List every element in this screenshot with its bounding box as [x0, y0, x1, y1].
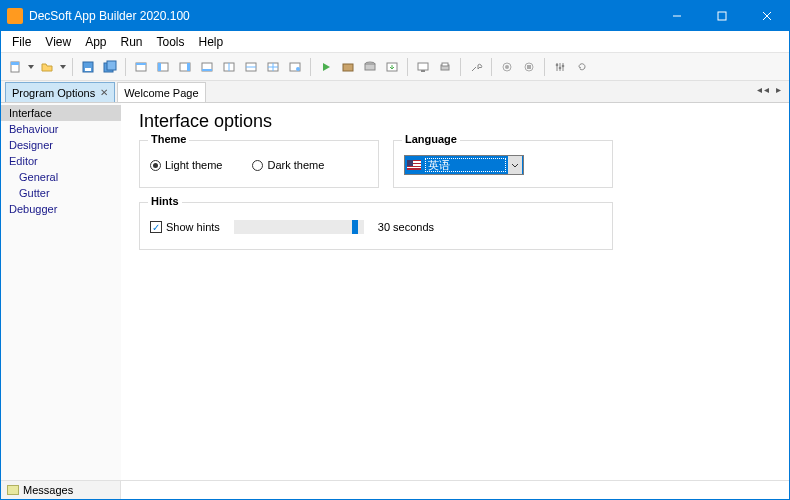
svg-rect-19 [202, 69, 212, 71]
print-icon[interactable] [435, 57, 455, 77]
stop-icon[interactable] [519, 57, 539, 77]
svg-point-28 [296, 67, 300, 71]
svg-point-45 [556, 63, 559, 66]
group-hints-legend: Hints [148, 195, 182, 207]
export-icon[interactable] [382, 57, 402, 77]
layout-icon-8[interactable] [285, 57, 305, 77]
svg-marker-6 [28, 65, 34, 69]
refresh-icon[interactable] [572, 57, 592, 77]
svg-point-39 [505, 65, 509, 69]
layout-icon-6[interactable] [241, 57, 261, 77]
group-language: Language 英语 [393, 140, 613, 188]
svg-rect-30 [343, 64, 353, 71]
sidebar: Interface Behaviour Designer Editor Gene… [1, 103, 121, 480]
statusbar: Messages [1, 480, 789, 499]
layout-icon-2[interactable] [153, 57, 173, 77]
tab-welcome-page[interactable]: Welcome Page [117, 82, 205, 102]
tab-label: Welcome Page [124, 87, 198, 99]
sidebar-item-designer[interactable]: Designer [1, 137, 121, 153]
svg-rect-41 [527, 65, 531, 69]
checkbox-show-hints[interactable]: ✓ Show hints [150, 221, 220, 233]
svg-rect-35 [421, 70, 425, 72]
page-title: Interface options [139, 111, 771, 132]
save-all-icon[interactable] [100, 57, 120, 77]
messages-panel-toggle[interactable]: Messages [1, 481, 121, 499]
hints-value-label: 30 seconds [378, 221, 434, 233]
svg-rect-37 [442, 63, 448, 66]
app-icon [7, 8, 23, 24]
layout-icon-3[interactable] [175, 57, 195, 77]
flag-icon [407, 160, 421, 170]
checkbox-icon: ✓ [150, 221, 162, 233]
tools-icon[interactable] [466, 57, 486, 77]
radio-label: Dark theme [267, 159, 324, 171]
messages-label: Messages [23, 484, 73, 496]
slider-thumb[interactable] [352, 220, 358, 234]
titlebar[interactable]: DecSoft App Builder 2020.100 [1, 1, 789, 31]
svg-marker-7 [60, 65, 66, 69]
chevron-down-icon[interactable] [508, 156, 522, 174]
tab-close-icon[interactable]: ✕ [100, 87, 108, 98]
menu-help[interactable]: Help [192, 33, 231, 51]
messages-icon [7, 485, 19, 495]
layout-icon-4[interactable] [197, 57, 217, 77]
radio-dark-theme[interactable]: Dark theme [252, 159, 324, 171]
svg-rect-9 [85, 68, 91, 71]
new-file-icon[interactable] [5, 57, 25, 77]
svg-rect-11 [107, 61, 116, 70]
svg-rect-34 [418, 63, 428, 70]
group-theme: Theme Light theme Dark theme [139, 140, 379, 188]
layout-icon-7[interactable] [263, 57, 283, 77]
svg-rect-1 [718, 12, 726, 20]
svg-rect-17 [187, 63, 190, 71]
layout-icon-1[interactable] [131, 57, 151, 77]
radio-icon [252, 160, 263, 171]
maximize-button[interactable] [699, 1, 744, 31]
close-button[interactable] [744, 1, 789, 31]
sidebar-item-editor[interactable]: Editor [1, 153, 121, 169]
radio-icon [150, 160, 161, 171]
menu-app[interactable]: App [78, 33, 113, 51]
open-dropdown[interactable] [59, 57, 67, 77]
svg-point-46 [559, 66, 562, 69]
menu-run[interactable]: Run [114, 33, 150, 51]
svg-rect-5 [11, 62, 19, 65]
tab-label: Program Options [12, 87, 95, 99]
database-icon[interactable] [360, 57, 380, 77]
minimize-button[interactable] [654, 1, 699, 31]
package-icon[interactable] [338, 57, 358, 77]
checkbox-label: Show hints [166, 221, 220, 233]
save-icon[interactable] [78, 57, 98, 77]
tabbar: Program Options ✕ Welcome Page ◂◂ ▸ [1, 81, 789, 103]
svg-marker-29 [323, 63, 330, 71]
menubar: File View App Run Tools Help [1, 31, 789, 53]
sidebar-item-general[interactable]: General [1, 169, 121, 185]
layout-icon-5[interactable] [219, 57, 239, 77]
hints-slider[interactable] [234, 220, 364, 234]
tab-program-options[interactable]: Program Options ✕ [5, 82, 115, 102]
sidebar-item-gutter[interactable]: Gutter [1, 185, 121, 201]
radio-label: Light theme [165, 159, 222, 171]
svg-marker-48 [579, 67, 581, 69]
run-icon[interactable] [316, 57, 336, 77]
sidebar-item-debugger[interactable]: Debugger [1, 201, 121, 217]
open-icon[interactable] [37, 57, 57, 77]
menu-file[interactable]: File [5, 33, 38, 51]
tab-nav-arrows[interactable]: ◂◂ ▸ [757, 84, 783, 95]
svg-rect-13 [136, 63, 146, 65]
content: Interface options Theme Light theme Dark… [121, 103, 789, 480]
svg-rect-32 [365, 64, 375, 70]
record-icon[interactable] [497, 57, 517, 77]
group-theme-legend: Theme [148, 133, 189, 145]
svg-rect-15 [158, 63, 161, 71]
sidebar-item-behaviour[interactable]: Behaviour [1, 121, 121, 137]
radio-light-theme[interactable]: Light theme [150, 159, 222, 171]
menu-view[interactable]: View [38, 33, 78, 51]
monitor-icon[interactable] [413, 57, 433, 77]
language-select[interactable]: 英语 [404, 155, 524, 175]
svg-point-47 [562, 64, 565, 67]
sidebar-item-interface[interactable]: Interface [1, 105, 121, 121]
menu-tools[interactable]: Tools [150, 33, 192, 51]
new-file-dropdown[interactable] [27, 57, 35, 77]
settings-icon[interactable] [550, 57, 570, 77]
